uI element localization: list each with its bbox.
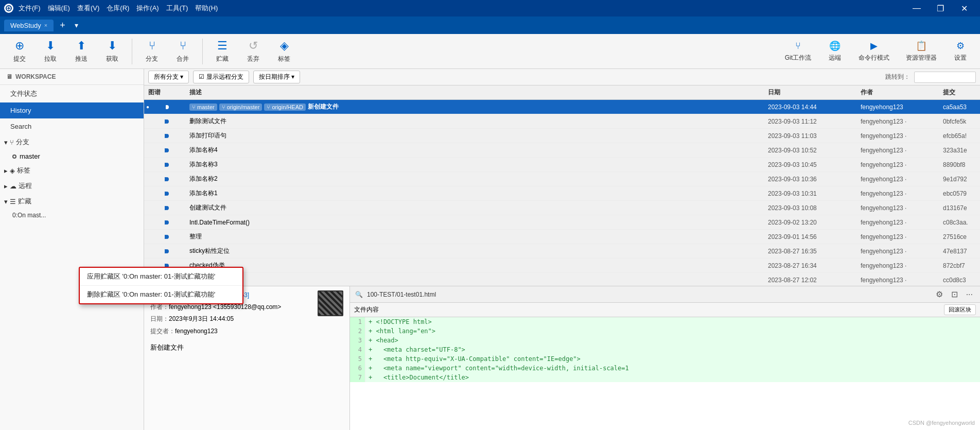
commitid-cell: d13167e [939,204,980,212]
diff-line: 3+ <head> [350,336,980,345]
date-cell: 2023-09-03 10:52 [764,147,856,154]
menu-file[interactable]: 文件(F) [15,2,44,15]
push-button[interactable]: ⬆ 推送 [68,36,95,66]
menu-view[interactable]: 查看(V) [74,2,102,15]
tab-webstudy[interactable]: WebStudy × [4,20,54,31]
cmdline-icon: ▶ [870,40,878,51]
show-remote-button[interactable]: ☑ 显示远程分支 [193,71,249,83]
commit-label: 提交 [13,55,26,63]
table-row[interactable]: 创建测试文件2023-09-03 10:08fengyehong123 ·d13… [144,201,980,215]
menu-tools[interactable]: 工具(T) [163,2,191,15]
table-row[interactable]: 删除测试文件2023-09-03 11:12fengyehong123 ·0bf… [144,114,980,129]
sidebar-section-remote[interactable]: ▸ ☁ 远程 [0,178,144,194]
filemanager-label: 资源管理器 [906,54,937,62]
sidebar-section-branches[interactable]: ▾ ⑂ 分支 [0,134,144,150]
desc-cell: 添加名称4 [185,146,764,154]
table-row[interactable]: 添加名称22023-09-03 10:36fengyehong123 ·9e1d… [144,172,980,186]
table-row[interactable]: 添加名称42023-09-03 10:52fengyehong123 ·323a… [144,143,980,158]
revert-chunk-button[interactable]: 回滚区块 [944,304,976,315]
branch-icon: ⑂ [149,39,155,53]
branch-button[interactable]: ⑂ 分支 [138,36,165,66]
menu-edit[interactable]: 编辑(E) [45,2,73,15]
app-logo [4,4,13,13]
tags-section-label: 标签 [17,166,30,175]
branch-item-master[interactable]: master [0,150,144,163]
sidebar-item-history[interactable]: History [0,102,144,118]
desc-cell: 整理 [185,232,764,241]
date-cell: 2023-08-27 12:02 [764,277,856,284]
commit-button[interactable]: ⊕ 提交 [6,36,33,66]
avatar [318,290,343,316]
table-row[interactable]: checked伪类2023-08-27 16:34fengyehong123 ·… [144,259,980,273]
remote-section-icon: ☁ [10,182,16,190]
tab-close-icon[interactable]: × [44,22,47,28]
pull-button[interactable]: ⬇ 拉取 [37,36,64,66]
cmdline-button[interactable]: ▶ 命令行模式 [852,37,896,65]
all-branches-button[interactable]: 所有分支 ▾ [148,71,189,83]
author-cell: fengyehong123 · [856,204,939,212]
date-cell: 2023-09-01 14:56 [764,233,856,240]
stash-button[interactable]: ☰ 贮藏 [209,36,236,66]
filemanager-button[interactable]: 📋 资源管理器 [900,37,943,65]
tag-label: 标签 [278,55,290,63]
table-row[interactable]: ●⑂ master⑂ origin/master⑂ origin/HEAD新创建… [144,100,980,114]
date-cell: 2023-09-03 10:08 [764,204,856,212]
jump-to-input[interactable] [914,72,976,83]
apply-stash-item[interactable]: 应用贮藏区 '0:On master: 01-测试贮藏功能' [80,268,242,286]
commitid-cell: 9e1d792 [939,176,980,183]
menu-help[interactable]: 帮助(H) [192,2,221,15]
more-options-icon[interactable]: ··· [964,289,975,300]
merge-button[interactable]: ⑂ 合并 [169,36,196,66]
remote-button[interactable]: 🌐 远端 [821,37,848,65]
date-cell: 2023-09-03 14:44 [764,104,856,111]
fetch-button[interactable]: ⬇ 获取 [99,36,126,66]
chevron-down-icon: ▾ [4,198,8,205]
commit-desc-text: Intl.DateTimeFormat() [189,219,250,226]
table-row[interactable]: sticky粘性定位2023-08-27 16:35fengyehong123 … [144,244,980,259]
delete-stash-item[interactable]: 删除贮藏区 '0:On master: 01-测试贮藏功能' [80,286,242,303]
graph-cell [144,148,185,152]
sidebar-item-file-status[interactable]: 文件状态 [0,85,144,102]
diff-line-number: 2 [350,326,365,336]
table-row[interactable]: 添加名称32023-09-03 10:45fengyehong123 ·8890… [144,158,980,172]
close-button[interactable]: ✕ [952,0,976,16]
cmdline-label: 命令行模式 [859,54,889,62]
author-cell: fengyehong123 · [856,147,939,154]
remote-section-label: 远程 [19,181,32,191]
branch-badge: ⑂ origin/master [219,104,262,111]
table-row[interactable]: 添加名称12023-09-03 10:31fengyehong123 ·ebc0… [144,186,980,201]
tag-button[interactable]: ◈ 标签 [271,36,297,66]
stash-item-0[interactable]: 0:On mast... [0,209,144,221]
discard-button[interactable]: ↺ 丢弃 [240,36,267,66]
new-tab-button[interactable]: + [56,19,69,32]
date-cell: 2023-09-03 10:31 [764,190,856,197]
tab-dropdown-button[interactable]: ▾ [72,20,81,30]
settings-button[interactable]: ⚙ 设置 [947,37,974,65]
sidebar-section-stash[interactable]: ▾ ☰ 贮藏 [0,194,144,209]
sidebar-item-search[interactable]: Search [0,118,144,134]
sort-date-button[interactable]: 按日期排序 ▾ [253,71,300,83]
author-cell: fengyehong123 [856,104,939,111]
author-cell: fengyehong123 · [856,248,939,255]
content-area: 所有分支 ▾ ☑ 显示远程分支 按日期排序 ▾ 跳转到： 图谱 描述 日期 作者… [144,69,980,430]
maximize-button[interactable]: ❐ [929,0,952,16]
minimize-button[interactable]: — [905,0,929,16]
graph-cell [144,249,185,253]
date-cell: 2023-09-03 11:03 [764,132,856,140]
sidebar-section-tags[interactable]: ▸ ◈ 标签 [0,163,144,178]
date-cell: 2023-09-03 10:36 [764,176,856,183]
diff-line-content: + <meta name="viewport" content="width=d… [365,364,980,373]
diff-line-number: 1 [350,317,365,326]
table-row[interactable]: Intl.DateTimeFormat()2023-09-02 13:20fen… [144,215,980,230]
table-row[interactable]: 添加打印语句2023-09-03 11:03fengyehong123 ·efc… [144,129,980,143]
commitid-cell: c08c3aa. [939,219,980,226]
settings-gear-icon[interactable]: ⚙ [934,288,945,300]
menu-action[interactable]: 操作(A) [133,2,162,15]
author-cell: fengyehong123 · [856,233,939,240]
commit-desc-text: 整理 [189,232,202,241]
menu-repo[interactable]: 仓库(R) [103,2,132,15]
expand-icon[interactable]: ⊡ [949,288,960,300]
table-row[interactable]: 原生dialog弹窗2023-08-27 12:02fengyehong123 … [144,273,980,286]
table-row[interactable]: 整理2023-09-01 14:56fengyehong123 ·27516ce [144,230,980,244]
gitflow-button[interactable]: ⑂ Git工作流 [779,38,817,65]
